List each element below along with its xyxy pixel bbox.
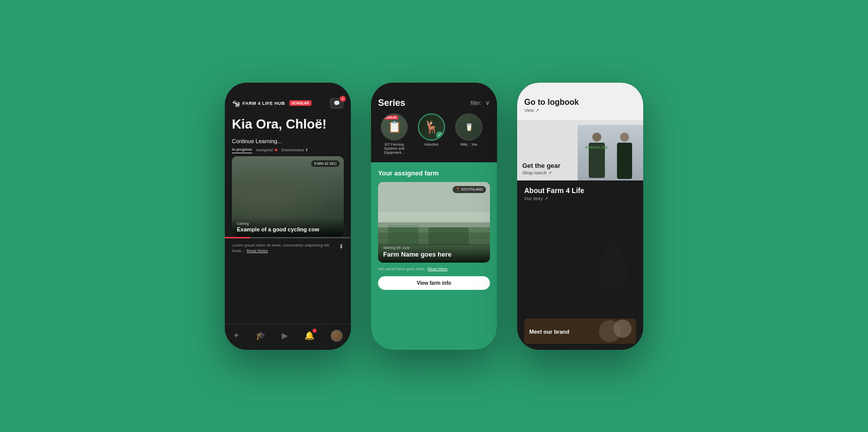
video-title: Example of a good cycling cow — [237, 226, 339, 233]
series-circle-2: 🦌 ✓ — [418, 113, 445, 141]
phone-2-notch — [414, 83, 454, 94]
filter-label: filter: — [470, 100, 481, 106]
assigned-dot — [275, 149, 277, 151]
p2-farm-section: Your assigned farm — [371, 162, 497, 350]
tab-assigned[interactable]: Assigned — [256, 147, 277, 153]
series-1-icon: 📋 — [388, 120, 401, 134]
greeting-text: Kia Ora, Chloë! — [232, 117, 344, 132]
learn-icon: 🎓 — [256, 331, 266, 340]
p1-video-card[interactable]: 5 MIN 42 SEC Calving Example of a good c… — [232, 156, 344, 237]
chevron-down-icon: ∨ — [485, 99, 490, 106]
video-category: Calving — [237, 222, 339, 225]
p1-bottom-nav: ✦ 🎓 ▶ 🔔 — [225, 324, 351, 350]
figure-1-body: FARM4LIFE — [589, 143, 605, 178]
phone-1-notch — [268, 83, 308, 94]
figure-2-head — [620, 133, 629, 142]
series-1-scholar-badge: SCHOLAR — [383, 115, 398, 119]
read-notes-link[interactable]: Read Notes — [246, 249, 268, 253]
video-overlay: Calving Example of a good cycling cow — [232, 218, 344, 237]
farm-card[interactable]: 📍 SOUTHLAND Starting 5th June Farm Name … — [378, 182, 490, 263]
phone-2-content: Series filter: ∨ 📋 SCHOLAR SIT Farming S… — [371, 83, 497, 350]
svg-rect-7 — [378, 212, 490, 227]
phone-1: 🐄 FARM 4 LIFE HUB SCHOLAR 💬 2 Kia Ora, C… — [225, 83, 351, 350]
continue-title: Continue Learning... — [232, 138, 344, 144]
phone-3-content: Go to logbook View ↗ FARM4LIFE — [517, 83, 643, 350]
p2-filter[interactable]: filter: ∨ — [470, 99, 490, 106]
tab-downloaded[interactable]: Downloaded ⬇ — [281, 147, 308, 153]
tab-in-progress[interactable]: In progress — [232, 146, 252, 153]
phone-2: Series filter: ∨ 📋 SCHOLAR SIT Farming S… — [371, 83, 497, 350]
series-item-1[interactable]: 📋 SCHOLAR SIT Farming Systems and Equipm… — [378, 113, 410, 155]
gear-link[interactable]: Shop merch ↗ — [522, 170, 561, 175]
nav-explore[interactable]: ✦ — [233, 331, 239, 340]
download-icon[interactable]: ⬇ — [339, 242, 344, 251]
meet-brand-title: Meet our brand — [529, 329, 569, 335]
figure-1-head — [592, 133, 601, 142]
p1-tabs: In progress Assigned Downloaded ⬇ — [232, 146, 344, 153]
logbook-block: Go to logbook View ↗ — [524, 98, 636, 113]
play-icon: ▶ — [282, 331, 288, 340]
farm-section-title: Your assigned farm — [378, 169, 490, 177]
phones-container: 🐄 FARM 4 LIFE HUB SCHOLAR 💬 2 Kia Ora, C… — [205, 63, 663, 370]
series-circle-1: 📋 SCHOLAR — [381, 113, 408, 141]
series-2-icon: 🦌 — [424, 120, 439, 134]
read-more-link[interactable]: Read More — [427, 267, 448, 271]
p1-chat-button[interactable]: 💬 2 — [330, 98, 344, 109]
series-item-3[interactable]: 🥛 Milki... Yea — [453, 113, 485, 155]
phone-1-content: 🐄 FARM 4 LIFE HUB SCHOLAR 💬 2 Kia Ora, C… — [225, 83, 351, 350]
p2-series-row: 📋 SCHOLAR SIT Farming Systems and Equipm… — [371, 113, 497, 162]
series-3-icon: 🥛 — [465, 123, 473, 131]
figure-2 — [613, 133, 636, 178]
gear-title: Get the gear — [522, 162, 561, 169]
farm-info-text: Info about farm goes here.. Read More — [378, 267, 490, 271]
phone-3: Go to logbook View ↗ FARM4LIFE — [517, 83, 643, 350]
notification-badge — [313, 329, 317, 333]
video-timer: 5 MIN 42 SEC — [311, 160, 340, 167]
phone-3-notch — [560, 83, 600, 94]
explore-icon: ✦ — [233, 331, 239, 340]
gear-image: FARM4LIFE — [578, 125, 643, 180]
p1-logo: 🐄 FARM 4 LIFE HUB SCHOLAR — [232, 99, 312, 107]
farm-overlay: Starting 5th June Farm Name goes here — [378, 242, 490, 263]
p1-logo-text: FARM 4 LIFE HUB — [242, 101, 285, 106]
series-item-2[interactable]: 🦌 ✓ Induction — [415, 113, 448, 155]
p1-continue-section: Continue Learning... In progress Assigne… — [225, 138, 351, 156]
user-avatar — [331, 330, 343, 342]
series-1-label: SIT Farming Systems and Equipment... — [378, 143, 410, 155]
farm-logo-icon: 🐄 — [232, 99, 240, 107]
farm-start-date: Starting 5th June — [383, 246, 485, 250]
gear-overlay: Get the gear Shop merch ↗ — [522, 162, 561, 175]
chat-icon: 💬 — [334, 100, 340, 106]
p3-gear-section: FARM4LIFE Get the gear Shop merch ↗ — [517, 120, 643, 180]
chat-badge: 2 — [340, 96, 346, 102]
series-3-label: Milki... Yea — [460, 143, 477, 147]
figure-2-body — [617, 143, 632, 179]
logbook-title: Go to logbook — [524, 98, 636, 107]
series-2-check: ✓ — [436, 132, 443, 139]
farm-location: 📍 SOUTHLAND — [453, 186, 486, 193]
nav-avatar[interactable] — [331, 330, 343, 342]
series-circle-3: 🥛 — [455, 113, 482, 141]
nav-play[interactable]: ▶ — [282, 331, 288, 340]
nav-notifications[interactable]: 🔔 — [304, 331, 315, 340]
location-pin-icon: 📍 — [456, 188, 460, 192]
svg-point-12 — [613, 320, 632, 338]
view-farm-button[interactable]: View farm info — [378, 276, 490, 290]
svg-point-9 — [604, 241, 622, 259]
farm-name: Farm Name goes here — [383, 251, 485, 259]
p2-title: Series — [378, 98, 405, 108]
series-2-label: Induction — [424, 143, 439, 147]
p3-about-section: About Farm 4 Life Our story ↗ Meet our b… — [517, 180, 643, 350]
logbook-link[interactable]: View ↗ — [524, 108, 636, 113]
figure-container: FARM4LIFE — [583, 125, 638, 180]
nav-learn[interactable]: 🎓 — [256, 331, 266, 340]
p1-scholar-badge: SCHOLAR — [289, 100, 312, 106]
p1-greeting: Kia Ora, Chloë! — [225, 113, 351, 139]
meet-overlay: Meet our brand — [529, 327, 569, 336]
figure-1: FARM4LIFE — [585, 133, 608, 178]
meet-brand-section[interactable]: Meet our brand — [524, 319, 636, 344]
p1-description: Lorem ipsum dolor sit amet, consectetur … — [225, 238, 351, 258]
